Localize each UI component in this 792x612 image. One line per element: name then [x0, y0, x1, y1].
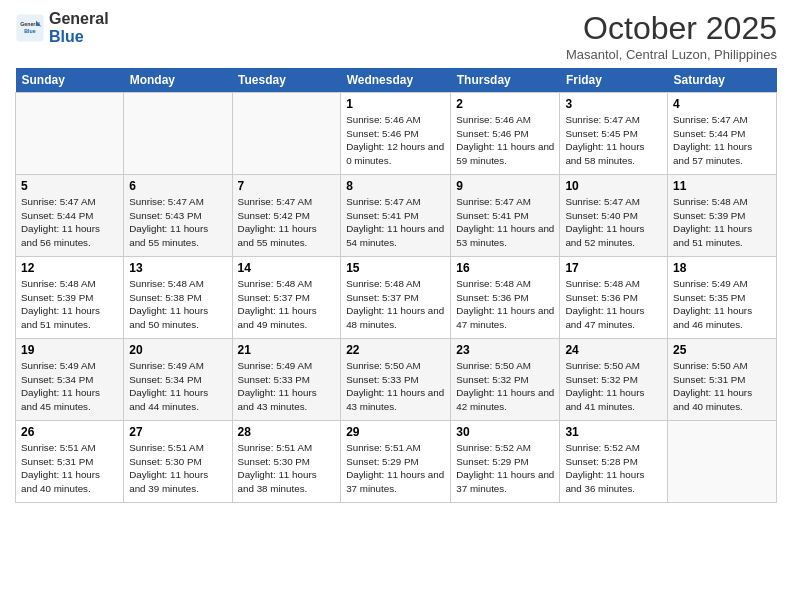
sunrise-text: Sunrise: 5:52 AM [565, 442, 640, 453]
daylight-text: Daylight: 11 hours and 43 minutes. [346, 387, 444, 412]
sunrise-text: Sunrise: 5:48 AM [346, 278, 421, 289]
sunset-text: Sunset: 5:36 PM [565, 292, 637, 303]
day-number: 30 [456, 425, 554, 439]
table-row: 19 Sunrise: 5:49 AM Sunset: 5:34 PM Dayl… [16, 339, 124, 421]
sunrise-text: Sunrise: 5:52 AM [456, 442, 531, 453]
daylight-text: Daylight: 11 hours and 44 minutes. [129, 387, 208, 412]
sunrise-text: Sunrise: 5:48 AM [456, 278, 531, 289]
day-number: 29 [346, 425, 445, 439]
header: General Blue General Blue October 2025 M… [15, 10, 777, 62]
day-number: 20 [129, 343, 226, 357]
table-row: 27 Sunrise: 5:51 AM Sunset: 5:30 PM Dayl… [124, 421, 232, 503]
daylight-text: Daylight: 11 hours and 40 minutes. [673, 387, 752, 412]
col-thursday: Thursday [451, 68, 560, 93]
table-row: 17 Sunrise: 5:48 AM Sunset: 5:36 PM Dayl… [560, 257, 668, 339]
daylight-text: Daylight: 11 hours and 47 minutes. [565, 305, 644, 330]
daylight-text: Daylight: 11 hours and 49 minutes. [238, 305, 317, 330]
table-row: 15 Sunrise: 5:48 AM Sunset: 5:37 PM Dayl… [341, 257, 451, 339]
daylight-text: Daylight: 11 hours and 55 minutes. [238, 223, 317, 248]
daylight-text: Daylight: 11 hours and 48 minutes. [346, 305, 444, 330]
table-row: 8 Sunrise: 5:47 AM Sunset: 5:41 PM Dayli… [341, 175, 451, 257]
daylight-text: Daylight: 11 hours and 51 minutes. [21, 305, 100, 330]
table-row: 26 Sunrise: 5:51 AM Sunset: 5:31 PM Dayl… [16, 421, 124, 503]
sunset-text: Sunset: 5:28 PM [565, 456, 637, 467]
sunset-text: Sunset: 5:43 PM [129, 210, 201, 221]
day-info: Sunrise: 5:52 AM Sunset: 5:28 PM Dayligh… [565, 441, 662, 496]
daylight-text: Daylight: 11 hours and 59 minutes. [456, 141, 554, 166]
daylight-text: Daylight: 12 hours and 0 minutes. [346, 141, 444, 166]
title-block: October 2025 Masantol, Central Luzon, Ph… [566, 10, 777, 62]
day-number: 19 [21, 343, 118, 357]
day-info: Sunrise: 5:52 AM Sunset: 5:29 PM Dayligh… [456, 441, 554, 496]
daylight-text: Daylight: 11 hours and 42 minutes. [456, 387, 554, 412]
table-row: 23 Sunrise: 5:50 AM Sunset: 5:32 PM Dayl… [451, 339, 560, 421]
day-info: Sunrise: 5:50 AM Sunset: 5:32 PM Dayligh… [456, 359, 554, 414]
daylight-text: Daylight: 11 hours and 56 minutes. [21, 223, 100, 248]
sunset-text: Sunset: 5:32 PM [456, 374, 528, 385]
day-info: Sunrise: 5:47 AM Sunset: 5:41 PM Dayligh… [456, 195, 554, 250]
sunrise-text: Sunrise: 5:50 AM [673, 360, 748, 371]
daylight-text: Daylight: 11 hours and 55 minutes. [129, 223, 208, 248]
sunset-text: Sunset: 5:29 PM [346, 456, 418, 467]
daylight-text: Daylight: 11 hours and 45 minutes. [21, 387, 100, 412]
sunrise-text: Sunrise: 5:47 AM [129, 196, 204, 207]
sunset-text: Sunset: 5:30 PM [129, 456, 201, 467]
sunrise-text: Sunrise: 5:47 AM [673, 114, 748, 125]
day-number: 6 [129, 179, 226, 193]
sunrise-text: Sunrise: 5:49 AM [21, 360, 96, 371]
sunrise-text: Sunrise: 5:46 AM [456, 114, 531, 125]
sunset-text: Sunset: 5:44 PM [673, 128, 745, 139]
day-info: Sunrise: 5:47 AM Sunset: 5:42 PM Dayligh… [238, 195, 336, 250]
table-row: 6 Sunrise: 5:47 AM Sunset: 5:43 PM Dayli… [124, 175, 232, 257]
sunrise-text: Sunrise: 5:50 AM [565, 360, 640, 371]
sunset-text: Sunset: 5:46 PM [456, 128, 528, 139]
day-info: Sunrise: 5:48 AM Sunset: 5:36 PM Dayligh… [456, 277, 554, 332]
sunrise-text: Sunrise: 5:47 AM [456, 196, 531, 207]
daylight-text: Daylight: 11 hours and 36 minutes. [565, 469, 644, 494]
table-row [124, 93, 232, 175]
table-row [668, 421, 777, 503]
calendar-table: Sunday Monday Tuesday Wednesday Thursday… [15, 68, 777, 503]
sunset-text: Sunset: 5:45 PM [565, 128, 637, 139]
sunrise-text: Sunrise: 5:51 AM [238, 442, 313, 453]
day-info: Sunrise: 5:48 AM Sunset: 5:37 PM Dayligh… [238, 277, 336, 332]
day-number: 7 [238, 179, 336, 193]
table-row: 1 Sunrise: 5:46 AM Sunset: 5:46 PM Dayli… [341, 93, 451, 175]
sunset-text: Sunset: 5:42 PM [238, 210, 310, 221]
table-row: 7 Sunrise: 5:47 AM Sunset: 5:42 PM Dayli… [232, 175, 341, 257]
calendar-week-row: 12 Sunrise: 5:48 AM Sunset: 5:39 PM Dayl… [16, 257, 777, 339]
daylight-text: Daylight: 11 hours and 47 minutes. [456, 305, 554, 330]
day-number: 8 [346, 179, 445, 193]
sunset-text: Sunset: 5:37 PM [346, 292, 418, 303]
daylight-text: Daylight: 11 hours and 50 minutes. [129, 305, 208, 330]
sunset-text: Sunset: 5:29 PM [456, 456, 528, 467]
sunrise-text: Sunrise: 5:49 AM [673, 278, 748, 289]
day-info: Sunrise: 5:51 AM Sunset: 5:29 PM Dayligh… [346, 441, 445, 496]
day-number: 5 [21, 179, 118, 193]
day-info: Sunrise: 5:47 AM Sunset: 5:40 PM Dayligh… [565, 195, 662, 250]
day-info: Sunrise: 5:51 AM Sunset: 5:30 PM Dayligh… [129, 441, 226, 496]
location: Masantol, Central Luzon, Philippines [566, 47, 777, 62]
col-monday: Monday [124, 68, 232, 93]
daylight-text: Daylight: 11 hours and 37 minutes. [456, 469, 554, 494]
day-number: 11 [673, 179, 771, 193]
calendar-week-row: 1 Sunrise: 5:46 AM Sunset: 5:46 PM Dayli… [16, 93, 777, 175]
table-row: 18 Sunrise: 5:49 AM Sunset: 5:35 PM Dayl… [668, 257, 777, 339]
day-number: 9 [456, 179, 554, 193]
table-row: 11 Sunrise: 5:48 AM Sunset: 5:39 PM Dayl… [668, 175, 777, 257]
day-number: 22 [346, 343, 445, 357]
logo-general-text: General [49, 10, 109, 28]
table-row: 28 Sunrise: 5:51 AM Sunset: 5:30 PM Dayl… [232, 421, 341, 503]
daylight-text: Daylight: 11 hours and 38 minutes. [238, 469, 317, 494]
sunset-text: Sunset: 5:34 PM [21, 374, 93, 385]
col-tuesday: Tuesday [232, 68, 341, 93]
day-info: Sunrise: 5:48 AM Sunset: 5:39 PM Dayligh… [673, 195, 771, 250]
sunset-text: Sunset: 5:44 PM [21, 210, 93, 221]
table-row: 20 Sunrise: 5:49 AM Sunset: 5:34 PM Dayl… [124, 339, 232, 421]
day-number: 18 [673, 261, 771, 275]
day-info: Sunrise: 5:49 AM Sunset: 5:34 PM Dayligh… [129, 359, 226, 414]
sunset-text: Sunset: 5:31 PM [21, 456, 93, 467]
calendar-week-row: 5 Sunrise: 5:47 AM Sunset: 5:44 PM Dayli… [16, 175, 777, 257]
table-row: 3 Sunrise: 5:47 AM Sunset: 5:45 PM Dayli… [560, 93, 668, 175]
table-row: 10 Sunrise: 5:47 AM Sunset: 5:40 PM Dayl… [560, 175, 668, 257]
